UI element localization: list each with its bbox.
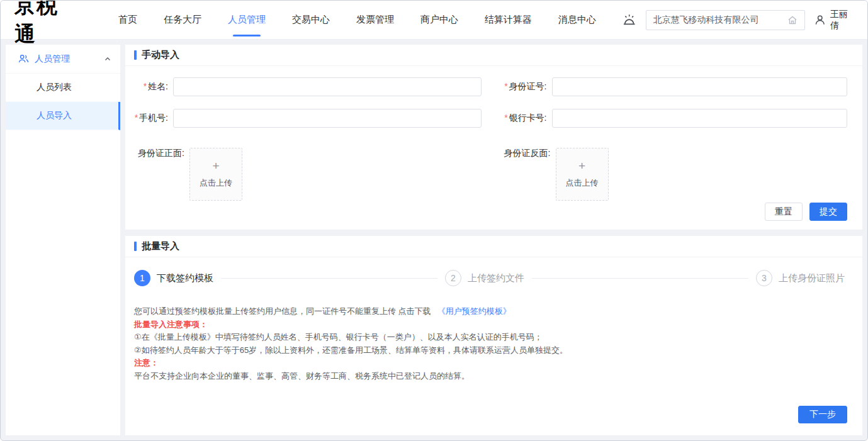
nav-item-task-hall[interactable]: 任务大厅 [162,8,203,33]
manual-import-title: 手动导入 [142,49,179,61]
required-mark: * [144,81,147,91]
template-download-link[interactable]: 《用户预签约模板》 [437,306,511,316]
nav-item-personnel[interactable]: 人员管理 [227,8,267,33]
batch-actions: 下一步 [798,406,847,423]
id-back-label: 身份证反面: [498,148,556,159]
upload-row: 身份证正面: + 点击上传 身份证反面: + 点击上传 [125,140,862,201]
step-connector [221,278,437,279]
company-name: 北京慧飞移动科技有限公司 [653,14,758,26]
step-label: 上传身份证照片 [779,272,845,284]
top-header: 京税通 首页 任务大厅 人员管理 交易中心 发票管理 商户中心 结算计算器 消息… [1,1,867,40]
upload-hint: 点击上传 [200,177,232,189]
step-label: 上传签约文件 [468,272,524,284]
sidebar-group-label: 人员管理 [35,53,70,65]
required-mark: * [504,113,507,123]
batch-description: 您可以通过预签约模板批量上传签约用户信息，同一证件号不能重复上传 点击下载《用户… [125,286,862,382]
next-step-button[interactable]: 下一步 [798,406,847,423]
batch-import-title-bar: 批量导入 [125,236,862,257]
user-menu[interactable]: 王丽倩 [814,9,856,31]
header-right: 北京慧飞移动科技有限公司 王丽倩 [621,9,856,31]
sidebar-group-personnel[interactable]: 人员管理 [6,45,120,74]
manual-import-actions: 重置 提交 [125,203,862,230]
submit-button[interactable]: 提交 [809,203,847,221]
step-number: 2 [445,270,461,286]
name-input[interactable] [173,77,482,96]
notice-text: 平台不支持企业向本企业的董事、监事、高管、财务等工商、税务系统中已登记人员的结算… [134,370,847,383]
batch-steps: 1 下载签约模板 2 上传签约文件 3 上传身份证照片 [125,257,862,286]
home-icon[interactable] [787,14,798,26]
sidebar-item-personnel-list[interactable]: 人员列表 [6,74,120,102]
plus-icon: + [578,160,585,172]
content-area: 人员管理 人员列表 人员导入 手动导入 *姓名: [1,40,867,440]
step-upload-id-photos: 3 上传身份证照片 [756,270,845,286]
required-mark: * [504,81,507,91]
required-mark: * [135,113,138,123]
notice-title: 注意： [134,357,847,370]
bank-card-input[interactable] [552,109,848,128]
step-label: 下载签约模板 [157,272,213,284]
id-back-upload[interactable]: + 点击上传 [556,148,609,201]
manual-import-card: 手动导入 *姓名: *身份证号: [125,45,862,230]
reset-button[interactable]: 重置 [765,203,803,221]
nav-item-message-center[interactable]: 消息中心 [557,8,597,33]
nav-item-merchant[interactable]: 商户中心 [419,8,459,33]
phone-label: *手机号: [132,113,173,124]
note-item-2: ②如待签约人员年龄大于等于65岁，除以上资料外，还需准备用工场景、结算单等资料，… [134,344,847,357]
bank-card-label: *银行卡号: [498,113,552,124]
notes-title: 批量导入注意事项： [134,318,847,332]
upload-hint: 点击上传 [566,177,599,189]
main-nav: 首页 任务大厅 人员管理 交易中心 发票管理 商户中心 结算计算器 消息中心 [117,1,621,39]
company-selector[interactable]: 北京慧飞移动科技有限公司 [646,10,805,30]
person-icon [814,14,826,26]
user-name: 王丽倩 [830,9,856,31]
step-number: 1 [134,270,150,286]
plus-icon: + [212,160,219,172]
batch-intro: 您可以通过预签约模板批量上传签约用户信息，同一证件号不能重复上传 点击下载《用户… [134,305,847,318]
sidebar-item-personnel-import[interactable]: 人员导入 [6,102,120,130]
title-accent-bar [134,50,137,60]
batch-import-title: 批量导入 [142,240,179,252]
nav-item-invoice[interactable]: 发票管理 [355,8,395,33]
id-number-label: *身份证号: [498,81,552,92]
id-front-upload[interactable]: + 点击上传 [189,148,242,201]
chevron-up-icon[interactable] [104,55,111,63]
step-download-template: 1 下载签约模板 [134,270,213,286]
step-connector [532,278,748,279]
id-front-label: 身份证正面: [132,148,189,159]
siren-notification-icon[interactable] [621,12,637,28]
nav-item-trade-center[interactable]: 交易中心 [291,8,331,33]
step-upload-file: 2 上传签约文件 [445,270,524,286]
people-icon [18,53,29,64]
manual-import-title-bar: 手动导入 [125,45,862,66]
note-item-1: ①在《批量上传模板》中填写待签约人员姓名、手机号码、银行卡号（一类户）、以及本人… [134,331,847,344]
app-window: 京税通 首页 任务大厅 人员管理 交易中心 发票管理 商户中心 结算计算器 消息… [0,0,868,441]
id-number-input[interactable] [552,77,848,96]
nav-item-calculator[interactable]: 结算计算器 [483,8,533,33]
batch-import-card: 批量导入 1 下载签约模板 2 上传签约文件 3 上传身份证照片 [125,236,862,435]
step-number: 3 [756,270,772,286]
manual-import-form: *姓名: *身份证号: *手机号: [125,66,862,140]
main-panel: 手动导入 *姓名: *身份证号: [125,45,862,435]
nav-item-home[interactable]: 首页 [117,8,138,33]
name-label: *姓名: [132,81,173,92]
phone-input[interactable] [173,109,482,128]
title-accent-bar [134,242,137,251]
sidebar: 人员管理 人员列表 人员导入 [6,45,120,435]
